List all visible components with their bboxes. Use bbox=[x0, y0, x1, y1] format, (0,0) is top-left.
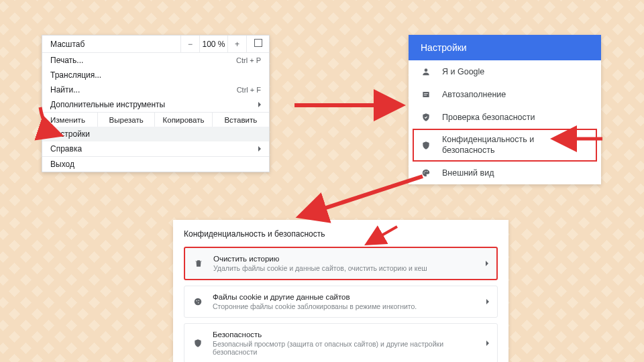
card-subtitle: Сторонние файлы cookie заблокированы в р… bbox=[213, 302, 477, 310]
sidebar-item-label: Проверка безопасности bbox=[442, 113, 535, 122]
menu-item-help[interactable]: Справка bbox=[42, 141, 269, 156]
svg-rect-1 bbox=[423, 92, 429, 97]
svg-line-14 bbox=[369, 227, 397, 243]
menu-item-more-tools[interactable]: Дополнительные инструменты bbox=[42, 97, 269, 112]
card-cookies[interactable]: Файлы cookie и другие данные сайтов Стор… bbox=[184, 286, 498, 318]
annotation-arrow-menu-to-sidebar bbox=[292, 96, 406, 119]
annotation-arrow-to-clear-history bbox=[362, 223, 402, 252]
sidebar-item-safety-check[interactable]: Проверка безопасности bbox=[409, 106, 601, 129]
sidebar-item-you-google[interactable]: Я и Google bbox=[409, 60, 601, 83]
svg-point-9 bbox=[199, 300, 199, 301]
zoom-row: Масштаб − 100 % + bbox=[42, 36, 269, 53]
trash-icon bbox=[193, 259, 204, 268]
svg-line-13 bbox=[303, 176, 423, 215]
svg-point-8 bbox=[196, 300, 197, 302]
annotation-arrow-sidebar-to-section bbox=[295, 171, 429, 227]
sidebar-title: Настройки bbox=[409, 35, 601, 60]
fullscreen-button[interactable] bbox=[246, 36, 269, 52]
shield-icon bbox=[193, 339, 203, 348]
zoom-label: Масштаб bbox=[42, 40, 180, 49]
card-subtitle: Безопасный просмотр (защита от опасных с… bbox=[213, 340, 477, 356]
copy-button[interactable]: Копировать bbox=[154, 113, 211, 127]
svg-point-7 bbox=[195, 298, 202, 306]
svg-point-10 bbox=[198, 302, 199, 303]
annotation-arrow-to-settings-menu bbox=[36, 105, 70, 147]
privacy-section: Конфиденциальность и безопасность Очисти… bbox=[173, 220, 508, 362]
edit-row: Изменить Вырезать Копировать Вставить bbox=[42, 112, 269, 127]
cookie-icon bbox=[193, 297, 203, 306]
zoom-value: 100 % bbox=[199, 36, 227, 52]
card-subtitle: Удалить файлы cookie и данные сайтов, оч… bbox=[213, 264, 476, 272]
svg-rect-2 bbox=[424, 93, 428, 94]
svg-rect-3 bbox=[424, 95, 427, 96]
sidebar-item-appearance[interactable]: Внешний вид bbox=[409, 162, 601, 184]
menu-item-settings[interactable]: Настройки bbox=[42, 127, 269, 141]
chevron-right-icon bbox=[486, 299, 489, 304]
zoom-in-button[interactable]: + bbox=[227, 36, 246, 52]
settings-sidebar: Настройки Я и Google Автозаполнение Пров… bbox=[409, 35, 601, 184]
shield-check-icon bbox=[421, 112, 431, 123]
sidebar-item-autofill[interactable]: Автозаполнение bbox=[409, 83, 601, 106]
chrome-context-menu: Масштаб − 100 % + Печать... Ctrl + P Тра… bbox=[42, 35, 270, 172]
card-clear-history[interactable]: Очистить историю Удалить файлы cookie и … bbox=[184, 247, 498, 280]
svg-point-0 bbox=[425, 68, 428, 72]
cut-button[interactable]: Вырезать bbox=[97, 113, 154, 127]
sidebar-item-label: Я и Google bbox=[442, 67, 484, 76]
fullscreen-icon bbox=[254, 39, 262, 47]
menu-item-exit[interactable]: Выход bbox=[42, 157, 269, 172]
security-icon bbox=[421, 140, 431, 151]
annotation-arrow-to-privacy-item bbox=[551, 131, 605, 149]
sidebar-item-label: Внешний вид bbox=[442, 168, 494, 178]
menu-item-find[interactable]: Найти... Ctrl + F bbox=[42, 82, 269, 97]
chevron-right-icon bbox=[486, 261, 488, 266]
sidebar-item-label: Автозаполнение bbox=[442, 90, 506, 99]
card-title: Безопасность bbox=[213, 330, 477, 339]
zoom-out-button[interactable]: − bbox=[180, 36, 199, 52]
card-title: Файлы cookie и другие данные сайтов bbox=[213, 293, 477, 301]
chevron-right-icon bbox=[258, 102, 261, 107]
menu-item-cast[interactable]: Трансляция... bbox=[42, 68, 269, 82]
autofill-icon bbox=[421, 89, 431, 100]
privacy-heading: Конфиденциальность и безопасность bbox=[184, 229, 498, 239]
chevron-right-icon bbox=[486, 341, 489, 346]
menu-item-print[interactable]: Печать... Ctrl + P bbox=[42, 53, 269, 68]
card-security[interactable]: Безопасность Безопасный просмотр (защита… bbox=[184, 323, 498, 362]
card-title: Очистить историю bbox=[213, 255, 476, 263]
person-icon bbox=[421, 66, 431, 77]
chevron-right-icon bbox=[258, 146, 261, 152]
paste-button[interactable]: Вставить bbox=[212, 113, 269, 127]
